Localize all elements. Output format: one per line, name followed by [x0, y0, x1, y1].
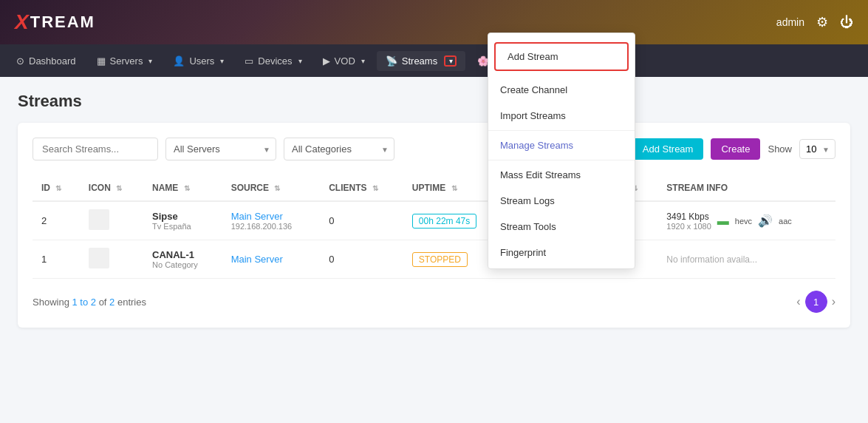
add-stream-button[interactable]: Add Stream: [632, 138, 704, 160]
nav-bar: ⊙ Dashboard ▦ Servers ▾ 👤 Users ▾ ▭ Devi…: [0, 44, 868, 77]
vod-chevron: ▾: [361, 57, 365, 65]
vod-icon: ▶: [323, 55, 330, 67]
settings-icon[interactable]: ⚙: [816, 14, 828, 30]
dropdown-item-stream-logs[interactable]: Stream Logs: [488, 188, 635, 214]
cell-id: 1: [33, 240, 80, 279]
total-link[interactable]: 2: [109, 297, 115, 308]
nav-label-dashboard: Dashboard: [29, 55, 76, 67]
dropdown-item-stream-tools[interactable]: Stream Tools: [488, 214, 635, 240]
dropdown-item-manage-streams[interactable]: Manage Streams: [488, 132, 635, 158]
nav-label-users: Users: [189, 55, 214, 67]
streams-chevron-box: ▾: [444, 55, 457, 67]
cell-name: CANAL-1 No Category: [143, 240, 222, 279]
streams-nav-icon: 📡: [386, 55, 397, 67]
show-label: Show: [768, 143, 792, 155]
cell-source: Main Server 192.168.200.136: [222, 201, 321, 240]
nav-item-users[interactable]: 👤 Users ▾: [164, 51, 233, 71]
admin-label: admin: [776, 16, 804, 28]
page-1-button[interactable]: 1: [805, 291, 827, 313]
nav-item-servers[interactable]: ▦ Servers ▾: [88, 51, 162, 71]
showing-text: Showing 1 to 2 of 2 entries: [33, 297, 146, 308]
stream-icon-placeholder: [89, 209, 109, 230]
prev-page-button[interactable]: ‹: [796, 295, 800, 308]
dropdown-add-stream-box: Add Stream: [494, 42, 629, 71]
dropdown-item-mass-edit[interactable]: Mass Edit Streams: [488, 162, 635, 188]
streams-chevron: ▾: [449, 57, 453, 65]
users-icon: 👤: [173, 55, 185, 67]
cell-clients: 0: [320, 201, 403, 240]
cell-icon: [80, 240, 143, 279]
col-name: NAME ⇅: [143, 175, 222, 201]
header: X TREAM admin ⚙ ⏻: [0, 0, 868, 44]
nav-label-devices: Devices: [258, 55, 292, 67]
dropdown-item-fingerprint[interactable]: Fingerprint: [488, 240, 635, 265]
nav-item-dashboard[interactable]: ⊙ Dashboard: [7, 51, 85, 71]
cell-id: 2: [33, 201, 80, 240]
all-categories-select[interactable]: All Categories: [284, 138, 394, 160]
table-row: 1 CANAL-1 No Category Main Server 0 STOP…: [33, 240, 835, 279]
nav-label-streams: Streams: [402, 55, 437, 67]
range-link[interactable]: 1 to 2: [72, 297, 96, 308]
dashboard-icon: ⊙: [16, 55, 24, 67]
servers-chevron: ▾: [148, 57, 152, 65]
nav-label-vod: VOD: [335, 55, 355, 67]
video-icon: ▬: [717, 214, 729, 228]
all-servers-select[interactable]: All Servers: [165, 138, 276, 160]
logo-text: TREAM: [30, 13, 95, 32]
col-clients: CLIENTS ⇅: [320, 175, 403, 201]
header-right: admin ⚙ ⏻: [776, 14, 853, 30]
all-servers-wrapper: All Servers: [165, 138, 276, 160]
page-title: Streams: [18, 92, 850, 111]
cell-source: Main Server: [222, 240, 321, 279]
cell-name: Sipse Tv España: [143, 201, 222, 240]
logo-x: X: [15, 10, 29, 34]
all-categories-wrapper: All Categories: [284, 138, 394, 160]
logo: X TREAM: [15, 10, 95, 34]
table-header: ID ⇅ ICON ⇅ NAME ⇅ SOURCE ⇅ CLIENTS ⇅ UP…: [33, 175, 835, 201]
cell-stream-info: 3491 Kbps 1920 x 1080 ▬ hevc 🔊 aac: [657, 201, 835, 240]
nav-label-servers: Servers: [110, 55, 143, 67]
stream-icon-placeholder: [89, 248, 109, 268]
audio-icon: 🔊: [758, 214, 773, 228]
dropdown-item-add-stream[interactable]: Add Stream: [496, 44, 627, 70]
col-id: ID ⇅: [33, 175, 80, 201]
pagination: ‹ 1 ›: [796, 291, 835, 313]
show-count-select[interactable]: 10: [799, 139, 835, 159]
dropdown-item-create-channel[interactable]: Create Channel: [488, 77, 635, 103]
show-count-wrapper: 10: [799, 139, 835, 159]
page-content: Streams All Servers All Categories 🔍 Aut…: [0, 77, 868, 342]
table-footer: Showing 1 to 2 of 2 entries ‹ 1 ›: [33, 291, 835, 313]
devices-chevron: ▾: [298, 57, 302, 65]
servers-icon: ▦: [97, 55, 106, 67]
next-page-button[interactable]: ›: [832, 295, 835, 308]
streams-table: ID ⇅ ICON ⇅ NAME ⇅ SOURCE ⇅ CLIENTS ⇅ UP…: [33, 175, 835, 279]
col-stream-info: STREAM INFO: [657, 175, 835, 201]
table-body: 2 Sipse Tv España Main Server 192.168.20…: [33, 201, 835, 279]
nav-item-vod[interactable]: ▶ VOD ▾: [314, 51, 374, 71]
filters-row: All Servers All Categories 🔍 Auto-Refres…: [33, 138, 835, 160]
dropdown-item-import-streams[interactable]: Import Streams: [488, 103, 635, 129]
nav-item-devices[interactable]: ▭ Devices ▾: [236, 51, 310, 71]
col-icon: ICON ⇅: [80, 175, 143, 201]
create-button[interactable]: Create: [711, 138, 760, 160]
users-chevron: ▾: [220, 57, 224, 65]
streams-dropdown: Add Stream Create Channel Import Streams…: [488, 33, 635, 269]
col-source: SOURCE ⇅: [222, 175, 321, 201]
nav-item-streams[interactable]: 📡 Streams ▾: [377, 51, 465, 71]
search-input[interactable]: [33, 138, 158, 160]
cell-stream-info: No information availa...: [657, 240, 835, 279]
table-row: 2 Sipse Tv España Main Server 192.168.20…: [33, 201, 835, 240]
main-card: All Servers All Categories 🔍 Auto-Refres…: [18, 123, 850, 328]
devices-icon: ▭: [245, 55, 253, 67]
cell-clients: 0: [320, 240, 403, 279]
power-icon[interactable]: ⏻: [840, 15, 853, 30]
cell-icon: [80, 201, 143, 240]
